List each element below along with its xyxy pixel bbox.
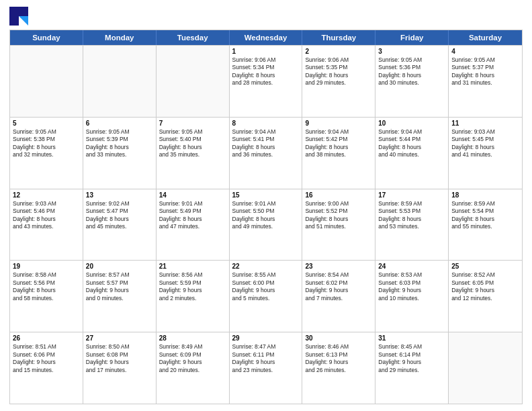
cell-line: Sunrise: 8:49 AM (159, 343, 226, 351)
day-header-friday: Friday (375, 30, 449, 45)
empty-cell (157, 46, 230, 117)
cell-line: and 58 minutes. (13, 295, 80, 302)
day-cell-1: 1Sunrise: 9:06 AMSunset: 5:34 PMDaylight… (230, 46, 303, 117)
cell-line: Daylight: 8 hours (305, 144, 372, 151)
day-number: 26 (13, 334, 80, 342)
cell-line: and 20 minutes. (159, 367, 226, 374)
calendar: SundayMondayTuesdayWednesdayThursdayFrid… (9, 30, 523, 404)
cell-line: and 12 minutes. (451, 295, 519, 302)
cell-line: Sunset: 5:45 PM (451, 136, 519, 143)
empty-cell (10, 46, 83, 117)
cell-line: Daylight: 8 hours (159, 144, 226, 151)
cell-line: Daylight: 8 hours (378, 144, 445, 151)
cell-line: Daylight: 9 hours (378, 359, 445, 366)
cell-line: Daylight: 8 hours (13, 287, 80, 294)
cell-line: Sunrise: 8:45 AM (378, 343, 445, 351)
cell-line: and 28 minutes. (232, 79, 300, 87)
day-number: 27 (86, 334, 153, 342)
cell-line: Daylight: 9 hours (159, 359, 226, 366)
day-cell-15: 15Sunrise: 9:01 AMSunset: 5:50 PMDayligh… (230, 189, 303, 261)
day-cell-10: 10Sunrise: 9:04 AMSunset: 5:44 PMDayligh… (375, 118, 449, 189)
cell-line: and 45 minutes. (86, 223, 153, 230)
day-number: 12 (13, 191, 80, 199)
day-cell-12: 12Sunrise: 9:03 AMSunset: 5:46 PMDayligh… (10, 189, 83, 261)
day-cell-26: 26Sunrise: 8:51 AMSunset: 6:06 PMDayligh… (10, 332, 83, 404)
cell-line: Daylight: 8 hours (86, 216, 153, 223)
day-header-sunday: Sunday (10, 30, 83, 45)
cell-line: and 53 minutes. (378, 223, 445, 230)
cell-line: Daylight: 8 hours (451, 144, 519, 151)
day-cell-11: 11Sunrise: 9:03 AMSunset: 5:45 PMDayligh… (449, 118, 522, 189)
cell-line: Sunrise: 8:53 AM (378, 271, 445, 279)
day-number: 7 (159, 120, 226, 127)
day-number: 4 (451, 48, 519, 55)
day-cell-5: 5Sunrise: 9:05 AMSunset: 5:38 PMDaylight… (10, 118, 83, 189)
day-cell-20: 20Sunrise: 8:57 AMSunset: 5:57 PMDayligh… (83, 261, 157, 332)
day-cell-27: 27Sunrise: 8:50 AMSunset: 6:08 PMDayligh… (83, 332, 157, 404)
cell-line: Sunset: 6:03 PM (378, 279, 445, 287)
cell-line: Sunrise: 8:52 AM (451, 271, 519, 279)
cell-line: and 32 minutes. (13, 151, 80, 158)
cell-line: Sunset: 6:13 PM (305, 351, 372, 359)
cell-line: Sunset: 6:09 PM (159, 351, 226, 359)
svg-marker-3 (19, 16, 28, 26)
cell-line: and 35 minutes. (159, 151, 226, 158)
logo (9, 7, 31, 26)
day-number: 14 (159, 191, 226, 199)
cell-line: and 33 minutes. (86, 151, 153, 158)
svg-rect-2 (9, 16, 19, 26)
day-cell-6: 6Sunrise: 9:05 AMSunset: 5:39 PMDaylight… (83, 118, 157, 189)
calendar-body: 1Sunrise: 9:06 AMSunset: 5:34 PMDaylight… (10, 45, 522, 404)
day-number: 19 (13, 263, 80, 270)
week-row-1: 1Sunrise: 9:06 AMSunset: 5:34 PMDaylight… (10, 45, 522, 117)
day-cell-18: 18Sunrise: 8:59 AMSunset: 5:54 PMDayligh… (449, 189, 522, 261)
week-row-3: 12Sunrise: 9:03 AMSunset: 5:46 PMDayligh… (10, 189, 522, 261)
cell-line: Daylight: 8 hours (232, 144, 300, 151)
day-number: 22 (232, 263, 300, 270)
day-number: 31 (378, 334, 445, 342)
cell-line: Sunrise: 9:00 AM (305, 200, 372, 208)
cell-line: Sunset: 5:41 PM (232, 136, 300, 143)
cell-line: Sunset: 5:39 PM (86, 136, 153, 143)
cell-line: Sunrise: 9:02 AM (86, 200, 153, 208)
cell-line: and 0 minutes. (86, 295, 153, 302)
week-row-5: 26Sunrise: 8:51 AMSunset: 6:06 PMDayligh… (10, 332, 522, 404)
svg-rect-0 (9, 7, 19, 16)
cell-line: Sunrise: 8:57 AM (86, 271, 153, 279)
cell-line: Sunset: 6:11 PM (232, 351, 300, 359)
cell-line: Sunset: 5:35 PM (305, 64, 372, 71)
day-number: 20 (86, 263, 153, 270)
cell-line: Daylight: 9 hours (13, 359, 80, 366)
cell-line: Sunrise: 9:03 AM (13, 200, 80, 208)
cell-line: and 51 minutes. (305, 223, 372, 230)
cell-line: Sunrise: 9:04 AM (232, 128, 300, 136)
cell-line: and 41 minutes. (451, 151, 519, 158)
cell-line: Daylight: 8 hours (451, 216, 519, 223)
cell-line: Sunset: 5:36 PM (378, 64, 445, 71)
cell-line: Sunrise: 9:06 AM (232, 56, 300, 64)
cell-line: Sunrise: 8:51 AM (13, 343, 80, 351)
cell-line: and 29 minutes. (378, 367, 445, 374)
day-number: 11 (451, 120, 519, 127)
cell-line: Sunrise: 9:05 AM (451, 56, 519, 64)
cell-line: and 49 minutes. (232, 223, 300, 230)
day-cell-13: 13Sunrise: 9:02 AMSunset: 5:47 PMDayligh… (83, 189, 157, 261)
cell-line: Sunset: 5:40 PM (159, 136, 226, 143)
cell-line: Sunset: 5:38 PM (13, 136, 80, 143)
cell-line: Daylight: 9 hours (305, 359, 372, 366)
cell-line: Sunset: 6:08 PM (86, 351, 153, 359)
day-cell-2: 2Sunrise: 9:06 AMSunset: 5:35 PMDaylight… (302, 46, 375, 117)
cell-line: Sunrise: 8:59 AM (451, 200, 519, 208)
cell-line: Sunrise: 8:54 AM (305, 271, 372, 279)
cell-line: and 47 minutes. (159, 223, 226, 230)
cell-line: Sunrise: 8:58 AM (13, 271, 80, 279)
day-header-tuesday: Tuesday (157, 30, 230, 45)
cell-line: Daylight: 8 hours (13, 144, 80, 151)
svg-rect-1 (19, 7, 28, 16)
cell-line: Sunset: 5:46 PM (13, 208, 80, 215)
day-number: 6 (86, 120, 153, 127)
cell-line: Sunset: 5:47 PM (86, 208, 153, 215)
cell-line: Sunset: 6:05 PM (451, 279, 519, 287)
cell-line: and 15 minutes. (13, 367, 80, 374)
cell-line: Sunrise: 9:01 AM (232, 200, 300, 208)
